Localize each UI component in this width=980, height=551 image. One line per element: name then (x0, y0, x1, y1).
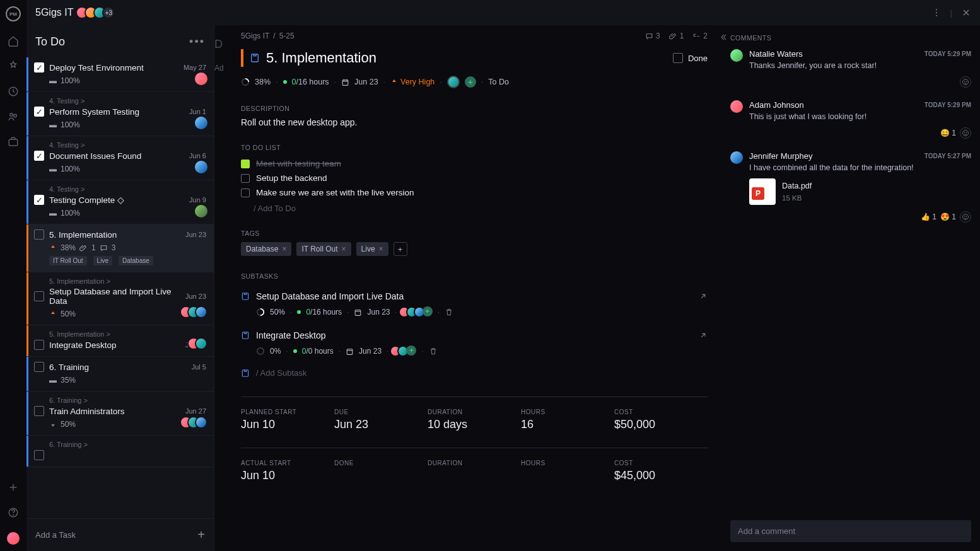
recent-icon[interactable] (8, 86, 19, 97)
breadcrumb-project[interactable]: 5Gigs IT (241, 32, 269, 40)
subtask-item[interactable]: Integrate Desktop 0%· 0/0 hours· Jun 23·… (241, 324, 708, 363)
breadcrumb-section[interactable]: 5-25 (279, 32, 295, 40)
todo-checkbox[interactable] (241, 174, 250, 183)
task-date: Jun 23 (185, 293, 206, 300)
task-checkbox[interactable]: ✓ (34, 107, 44, 117)
todo-checkbox[interactable] (241, 160, 250, 168)
task-card[interactable]: 6. Training >Train AdministratorsJun 275… (26, 392, 214, 436)
kebab-icon[interactable] (931, 8, 942, 18)
task-card[interactable]: 6. Training > (26, 436, 214, 467)
task-checkbox[interactable] (34, 362, 44, 372)
add-task-button[interactable]: Add a Task + (26, 518, 214, 551)
add-reaction-button[interactable] (960, 127, 971, 139)
close-icon[interactable] (961, 8, 971, 18)
delete-icon[interactable] (445, 308, 453, 316)
delete-icon[interactable] (429, 347, 438, 356)
status-value[interactable]: To Do (488, 78, 509, 86)
task-card[interactable]: 5. Implementation >Integrate DesktopJun … (26, 325, 214, 357)
todo-checkbox[interactable] (241, 188, 250, 197)
svg-point-8 (936, 15, 937, 16)
assignee-group (192, 337, 207, 350)
comment-count[interactable]: 3 (645, 32, 660, 40)
people-icon[interactable] (8, 111, 19, 122)
app-logo[interactable]: PM (6, 6, 21, 21)
add-reaction-button[interactable] (960, 76, 971, 88)
notifications-icon[interactable] (8, 61, 19, 72)
attachment[interactable]: P Data.pdf15 KB (749, 178, 971, 205)
add-todo-button[interactable]: / Add To Do (241, 204, 708, 213)
task-card[interactable]: 5. ImplementationJun 2338%13IT Roll OutL… (26, 224, 214, 272)
project-members[interactable]: +3 (79, 6, 115, 19)
description-text[interactable]: Roll out the new desktop app. (241, 117, 708, 127)
task-breadcrumb: 4. Testing > (49, 185, 206, 193)
current-user-avatar[interactable] (7, 532, 20, 545)
reaction[interactable]: 👍 1 (921, 212, 936, 221)
task-checkbox[interactable] (34, 229, 44, 240)
tag[interactable]: Database× (241, 242, 291, 256)
subtask-item[interactable]: Setup Database and Import Live Data 50%·… (241, 285, 708, 324)
portfolio-icon[interactable] (8, 136, 19, 148)
svg-rect-18 (242, 369, 248, 376)
task-checkbox[interactable] (34, 291, 44, 301)
task-card[interactable]: 6. TrainingJul 5▬35% (26, 357, 214, 392)
task-checkbox[interactable]: ✓ (34, 62, 44, 72)
add-subtask-button[interactable]: / Add Subtask (241, 368, 708, 378)
add-assignee-button[interactable]: + (423, 306, 433, 316)
todo-item[interactable]: Meet with testing team (241, 156, 708, 171)
todo-item[interactable]: Make sure we are set with the live versi… (241, 185, 708, 200)
tag[interactable]: IT Roll Out× (296, 242, 351, 256)
progress-spinner-icon (241, 78, 250, 86)
task-title[interactable]: 5. Implementation (266, 50, 376, 66)
open-subtask-icon[interactable] (699, 292, 708, 301)
add-tag-button[interactable]: + (394, 242, 407, 256)
task-checkbox[interactable] (34, 340, 44, 350)
todo-item[interactable]: Setup the backend (241, 171, 708, 185)
task-card[interactable]: 4. Testing >✓Testing Complete ◇Jun 9▬100… (26, 180, 214, 224)
task-checkbox[interactable] (34, 406, 44, 416)
task-date: Jul 5 (192, 363, 206, 371)
svg-rect-17 (347, 349, 353, 354)
task-card[interactable]: 4. Testing >✓Document Issues FoundJun 6▬… (26, 136, 214, 180)
task-checkbox[interactable]: ✓ (34, 151, 44, 161)
done-toggle[interactable]: Done (673, 53, 708, 63)
comment: Natalie WatersTODAY 5:29 PM Thanks Jenni… (730, 49, 971, 88)
task-card[interactable]: ✓Deploy Test EnvironmentMay 27▬100% (26, 57, 214, 92)
task-breadcrumb: 6. Training > (49, 441, 206, 448)
remove-tag-icon[interactable]: × (282, 245, 286, 253)
svg-point-19 (963, 79, 969, 85)
add-reaction-button[interactable] (960, 211, 971, 223)
attachment-count[interactable]: 1 (669, 32, 684, 40)
calendar-icon (341, 78, 349, 86)
reaction[interactable]: 😍 1 (940, 212, 956, 221)
comment-input[interactable]: Add a comment (730, 520, 971, 542)
column-menu[interactable]: ••• (189, 35, 205, 49)
add-icon[interactable] (8, 482, 19, 493)
priority-badge[interactable]: Very High (390, 78, 435, 86)
remove-tag-icon[interactable]: × (342, 245, 346, 253)
open-subtask-icon[interactable] (699, 331, 708, 340)
assignee-group (185, 416, 207, 429)
task-checkbox[interactable] (34, 450, 44, 460)
help-icon[interactable] (8, 507, 19, 518)
add-assignee-button[interactable]: + (465, 76, 476, 88)
reaction[interactable]: 😄 1 (940, 129, 956, 137)
tag[interactable]: Live× (356, 242, 388, 256)
expand-icon[interactable] (719, 33, 728, 42)
due-date[interactable]: Jun 23 (354, 78, 378, 86)
remove-tag-icon[interactable]: × (379, 245, 383, 253)
subtask-count[interactable]: 2 (692, 32, 708, 40)
task-checkbox[interactable]: ✓ (34, 195, 44, 205)
member-more[interactable]: +3 (102, 6, 115, 19)
task-breadcrumb: 5. Implementation > (49, 330, 206, 338)
task-name: Train Administrators (49, 407, 180, 416)
assignee-avatar[interactable] (447, 76, 460, 88)
svg-point-23 (964, 132, 965, 133)
comment-author: Jennifer Murphey (749, 151, 812, 161)
home-icon[interactable] (8, 35, 19, 47)
comment-text: Thanks Jennifer, you are a rock star! (749, 61, 971, 70)
task-detail-panel: 5Gigs IT / 5-25 3 1 2 5. Implementation … (227, 25, 721, 551)
comment: Jennifer MurpheyTODAY 5:27 PM I have com… (730, 151, 971, 223)
task-card[interactable]: 4. Testing >✓Perform System TestingJun 1… (26, 92, 214, 136)
add-assignee-button[interactable]: + (406, 345, 416, 356)
task-card[interactable]: 5. Implementation >Setup Database and Im… (26, 272, 214, 325)
